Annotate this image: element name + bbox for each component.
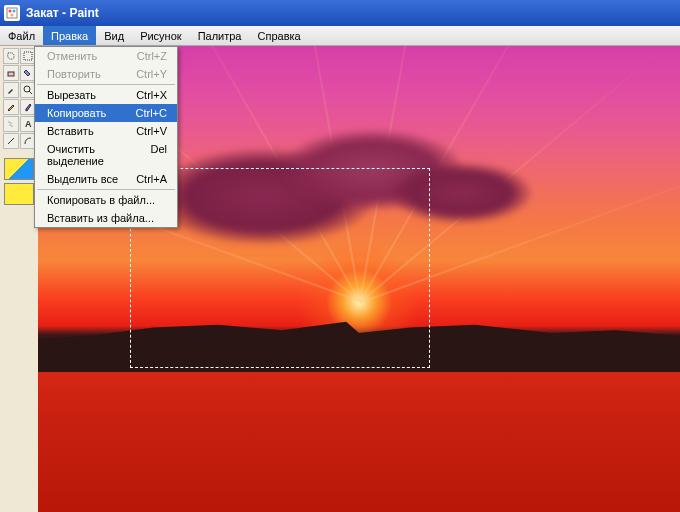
svg-rect-4: [24, 52, 32, 60]
menu-image[interactable]: Рисунок: [132, 26, 190, 45]
menu-item-label: Вставить: [47, 125, 94, 137]
menu-item-label: Выделить все: [47, 173, 118, 185]
menu-item-shortcut: Del: [150, 143, 167, 167]
tool-pencil[interactable]: [3, 99, 19, 115]
menu-redo[interactable]: Повторить Ctrl+Y: [35, 65, 177, 83]
menu-item-shortcut: Ctrl+Y: [136, 68, 167, 80]
svg-point-9: [10, 123, 11, 124]
tool-airbrush[interactable]: [3, 116, 19, 132]
menu-item-label: Повторить: [47, 68, 101, 80]
menu-view[interactable]: Вид: [96, 26, 132, 45]
toolbox: A: [0, 46, 38, 512]
svg-point-11: [11, 126, 12, 127]
edit-menu-dropdown: Отменить Ctrl+Z Повторить Ctrl+Y Вырезат…: [34, 46, 178, 228]
menu-select-all[interactable]: Выделить все Ctrl+A: [35, 170, 177, 188]
svg-rect-5: [8, 72, 14, 76]
menu-help[interactable]: Справка: [250, 26, 309, 45]
color-preview-primary[interactable]: [4, 158, 34, 180]
menu-copy[interactable]: Копировать Ctrl+C: [35, 104, 177, 122]
menubar: Файл Правка Вид Рисунок Палитра Справка: [0, 26, 680, 46]
menu-item-shortcut: Ctrl+Z: [137, 50, 167, 62]
paint-app-icon: [4, 5, 20, 21]
tool-freeform-select[interactable]: [3, 48, 19, 64]
svg-point-10: [9, 125, 10, 126]
svg-text:A: A: [25, 119, 32, 129]
menu-undo[interactable]: Отменить Ctrl+Z: [35, 47, 177, 65]
tool-eraser[interactable]: [3, 65, 19, 81]
color-preview-secondary[interactable]: [4, 183, 34, 205]
svg-point-8: [8, 122, 9, 123]
menu-palette[interactable]: Палитра: [190, 26, 250, 45]
menu-item-label: Копировать: [47, 107, 106, 119]
menu-separator: [37, 189, 175, 190]
svg-point-1: [9, 10, 12, 13]
menu-item-label: Очистить выделение: [47, 143, 150, 167]
menu-item-label: Вставить из файла...: [47, 212, 154, 224]
svg-point-2: [13, 10, 16, 13]
menu-item-shortcut: Ctrl+X: [136, 89, 167, 101]
menu-paste-from-file[interactable]: Вставить из файла...: [35, 209, 177, 227]
menu-item-shortcut: Ctrl+V: [136, 125, 167, 137]
svg-point-3: [11, 14, 14, 17]
tool-picker[interactable]: [3, 82, 19, 98]
menu-cut[interactable]: Вырезать Ctrl+X: [35, 86, 177, 104]
menu-edit[interactable]: Правка: [43, 26, 96, 45]
tool-line[interactable]: [3, 133, 19, 149]
menu-item-shortcut: Ctrl+C: [136, 107, 167, 119]
menu-item-label: Отменить: [47, 50, 97, 62]
menu-clear-selection[interactable]: Очистить выделение Del: [35, 140, 177, 170]
menu-item-label: Копировать в файл...: [47, 194, 155, 206]
svg-line-13: [8, 138, 14, 144]
window-title: Закат - Paint: [26, 6, 99, 20]
menu-item-shortcut: Ctrl+A: [136, 173, 167, 185]
menu-item-label: Вырезать: [47, 89, 96, 101]
menu-file[interactable]: Файл: [0, 26, 43, 45]
svg-line-7: [29, 91, 32, 94]
titlebar: Закат - Paint: [0, 0, 680, 26]
menu-copy-to-file[interactable]: Копировать в файл...: [35, 191, 177, 209]
menu-paste[interactable]: Вставить Ctrl+V: [35, 122, 177, 140]
menu-separator: [37, 84, 175, 85]
